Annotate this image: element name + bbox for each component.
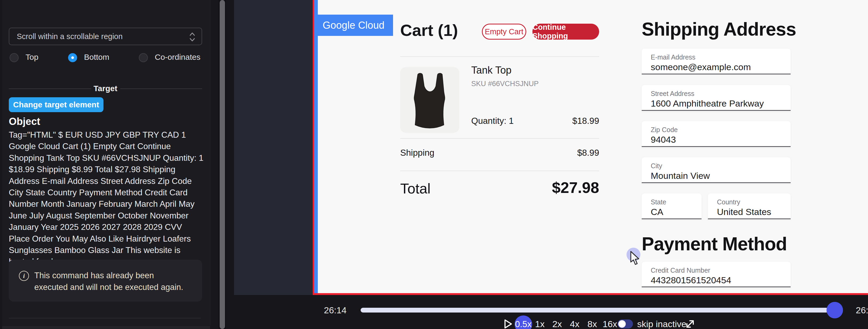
city-label: City (651, 162, 662, 170)
email-field-value: someone@example.com (651, 62, 751, 72)
scroll-position-radio-group: Top Bottom Co-ordinates (9, 52, 203, 65)
timeline-progress-bar[interactable] (361, 308, 829, 312)
command-editor-panel: Scroll within a scrollable region Top Bo… (0, 0, 226, 329)
speed-1x-button[interactable]: 1x (535, 319, 545, 329)
radio-coordinates[interactable] (139, 53, 148, 62)
end-time-label: 26:1 (856, 305, 868, 316)
street-address-label: Street Address (651, 90, 694, 98)
tank-top-graphic (400, 67, 459, 133)
email-field-label: E-mail Address (651, 54, 695, 61)
total-label: Total (400, 180, 431, 197)
skip-inactive-toggle[interactable] (618, 320, 633, 328)
replay-stage-background (234, 0, 313, 295)
street-address-value: 1600 Amphitheatre Parkway (651, 98, 764, 109)
product-price: $18.99 (572, 116, 599, 126)
shipping-row-price: $8.99 (577, 148, 599, 158)
panel-divider (9, 318, 201, 318)
product-name: Tank Top (471, 65, 512, 76)
state-field[interactable]: State CA (642, 194, 702, 219)
radio-top[interactable] (9, 53, 19, 62)
speed-8x-button[interactable]: 8x (587, 319, 597, 329)
credit-card-number-label: Credit Card Number (651, 267, 710, 274)
play-button-icon[interactable] (503, 319, 513, 329)
zip-code-value: 94043 (651, 134, 676, 145)
radio-coordinates-label[interactable]: Co-ordinates (155, 53, 200, 62)
state-label: State (651, 198, 666, 206)
credit-card-number-field[interactable]: Credit Card Number 4432801561520454 (642, 262, 790, 287)
cart-title: Cart (1) (400, 21, 458, 40)
radio-bottom[interactable] (68, 53, 77, 62)
total-price: $27.98 (552, 178, 599, 196)
product-quantity: Quantity: 1 (471, 116, 514, 126)
viewport-highlight-border-bottom-red (313, 293, 868, 295)
street-address-field[interactable]: Street Address 1600 Amphitheatre Parkway (642, 85, 790, 111)
product-image-tank-top (400, 67, 459, 133)
country-label: Country (717, 198, 740, 206)
cart-divider-2 (400, 138, 599, 139)
command-type-select[interactable]: Scroll within a scrollable region (9, 28, 202, 45)
timeline-scrubber-knob[interactable] (827, 302, 843, 318)
current-time-label: 26:14 (324, 305, 346, 316)
command-type-value: Scroll within a scrollable region (17, 32, 123, 41)
info-icon: i (19, 271, 29, 281)
fullscreen-expand-icon[interactable] (684, 318, 696, 329)
radio-bottom-label[interactable]: Bottom (84, 53, 109, 62)
continue-shopping-button[interactable]: Continue Shopping (532, 24, 599, 40)
speed-4x-button[interactable]: 4x (570, 319, 580, 329)
cart-divider-1 (400, 56, 599, 57)
change-target-button[interactable]: Change target element (9, 97, 103, 112)
zip-code-field[interactable]: Zip Code 94043 (642, 121, 790, 147)
highlighted-element-label: Google Cloud (314, 14, 393, 36)
zip-code-label: Zip Code (651, 126, 678, 134)
notice-text: This command has already been executed a… (34, 271, 183, 292)
speed-2x-button[interactable]: 2x (552, 319, 562, 329)
country-value: United States (717, 207, 771, 217)
mouse-cursor-icon (630, 251, 644, 266)
city-value: Mountain View (651, 171, 710, 181)
shipping-address-heading: Shipping Address (642, 19, 796, 40)
credit-card-number-value: 4432801561520454 (651, 275, 731, 286)
target-divider-label: Target (9, 84, 202, 93)
skip-inactive-label: skip inactive (637, 319, 686, 329)
viewport-highlight-border-left-blue (314, 0, 318, 293)
speed-16x-button[interactable]: 16x (602, 319, 617, 329)
empty-cart-button[interactable]: Empty Cart (482, 24, 526, 40)
object-description-text: Tag="HTML" $ EUR USD JPY GBP TRY CAD 1 G… (9, 129, 204, 268)
cart-divider-3 (400, 171, 599, 171)
object-heading: Object (9, 116, 40, 127)
select-stepper-icon (189, 31, 196, 45)
next-section-edge (2, 326, 210, 329)
radio-top-label[interactable]: Top (26, 53, 38, 62)
city-field[interactable]: City Mountain View (642, 157, 790, 183)
state-value: CA (651, 207, 663, 217)
already-executed-notice: i This command has already been executed… (9, 260, 202, 302)
email-field[interactable]: E-mail Address someone@example.com (642, 48, 790, 74)
country-field[interactable]: Country United States (708, 194, 790, 219)
toggle-knob (618, 320, 626, 328)
product-sku: SKU #66VCHSJNUP (471, 80, 539, 88)
panel-scrollbar-thumb[interactable] (220, 0, 225, 329)
shipping-row-label: Shipping (400, 148, 434, 158)
payment-method-heading: Payment Method (642, 233, 787, 255)
